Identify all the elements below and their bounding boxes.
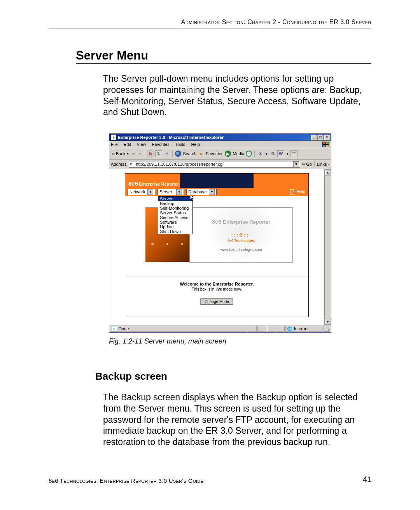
- section-title: Server Menu: [76, 49, 371, 63]
- status-cell: [257, 326, 266, 332]
- app-body: ▣▣▣ 8e6 Enterprise Reporter ::::e::::: [125, 196, 308, 283]
- globe-icon: 🌐: [287, 326, 292, 331]
- menu-favorites[interactable]: Favorites: [152, 142, 170, 147]
- dropdown-item-backup[interactable]: Backup: [158, 201, 192, 206]
- svg-marker-4: [190, 195, 194, 200]
- ie-app-icon: e: [111, 135, 116, 140]
- section-rule: [76, 63, 371, 64]
- status-cell: [267, 326, 275, 332]
- ie-client-area: 8e6Enterprise Reporter Network▼ Server▼ …: [109, 169, 331, 325]
- minimize-icon[interactable]: _: [311, 135, 317, 140]
- go-button[interactable]: ↪ Go: [302, 162, 312, 167]
- app-watermark-panel: 8e6 Enterprise Reporter ::::e:::: 8e6 Te…: [189, 207, 293, 263]
- figure-caption: Fig. 1:2-11 Server menu, main screen: [109, 337, 371, 345]
- search-icon[interactable]: 🔍: [175, 151, 181, 157]
- header-rule: [49, 28, 371, 28]
- window-title: Enterprise Reporter 3.0 - Microsoft Inte…: [118, 135, 224, 140]
- status-text: Done: [119, 326, 129, 331]
- links-button[interactable]: Links »: [317, 162, 329, 166]
- ie-toolbar: ⇦ Back ▼ ⇨ ▼ ✖ ↻ ⌂ 🔍 Search ★ Favorites …: [109, 148, 331, 159]
- tech-logo-icon: ::::e::::: [232, 231, 250, 238]
- maximize-icon[interactable]: □: [317, 135, 324, 140]
- app-menurow: Network▼ Server▼ Server Backup Self-Moni…: [125, 188, 308, 196]
- status-page-icon: e: [112, 326, 117, 331]
- print-icon[interactable]: 🖶: [270, 151, 276, 157]
- app-frame: 8e6Enterprise Reporter Network▼ Server▼ …: [125, 173, 309, 317]
- dropdown-item-software-update[interactable]: Software Update: [158, 220, 192, 229]
- change-mode-button[interactable]: Change Mode: [200, 298, 233, 305]
- refresh-icon[interactable]: ↻: [155, 150, 162, 157]
- mail-icon[interactable]: ✉: [257, 151, 263, 157]
- app-logo: 8e6Enterprise Reporter: [128, 180, 179, 187]
- section-body: The Server pull-down menu includes optio…: [103, 73, 371, 118]
- menu-tools[interactable]: Tools: [175, 142, 186, 147]
- ie-window: e Enterprise Reporter 3.0 - Microsoft In…: [109, 133, 331, 333]
- address-label: Address: [111, 162, 126, 166]
- ie-menubar: File Edit View Favorites Tools Help: [109, 141, 331, 148]
- address-input[interactable]: e http://209.11.161.67:8118/process/repo…: [129, 161, 300, 168]
- dropdown-item-server[interactable]: Server: [158, 196, 192, 201]
- dropdown-item-shut-down[interactable]: Shut Down: [158, 229, 192, 234]
- menu-view[interactable]: View: [137, 142, 146, 147]
- running-head: Administrator Section: Chapter 2 - Confi…: [49, 19, 371, 26]
- svg-rect-1: [326, 142, 329, 144]
- close-icon[interactable]: ×: [324, 135, 330, 140]
- favorites-label[interactable]: Favorites: [206, 151, 223, 156]
- ie-throbber-icon: [322, 142, 329, 147]
- ie-address-bar: Address e http://209.11.161.67:8118/proc…: [109, 159, 331, 169]
- footer-page-number: 41: [363, 475, 371, 484]
- ie-titlebar: e Enterprise Reporter 3.0 - Microsoft In…: [109, 134, 331, 141]
- resize-grip-icon[interactable]: [323, 326, 330, 332]
- forward-button[interactable]: ⇨: [131, 151, 137, 157]
- dropdown-item-secure-access[interactable]: Secure Access: [158, 215, 192, 220]
- svg-rect-3: [326, 145, 329, 147]
- menu-edit[interactable]: Edit: [124, 142, 131, 147]
- app-footer: Welcome to the Enterprise Reporter. This…: [125, 277, 308, 317]
- cursor-icon: [190, 195, 195, 202]
- subsection-body: The Backup screen displays when the Back…: [103, 392, 371, 448]
- server-select[interactable]: Server▼ Server Backup Self-Monitoring Se…: [158, 189, 184, 195]
- subsection-title: Backup screen: [95, 370, 371, 382]
- edit-icon[interactable]: W: [277, 150, 284, 157]
- favorites-icon[interactable]: ★: [198, 151, 204, 157]
- help-icon: ?: [290, 189, 295, 195]
- svg-rect-2: [323, 145, 326, 147]
- page-icon: e: [130, 162, 135, 166]
- scrollbar[interactable]: ▲ ▼: [324, 169, 331, 325]
- svg-rect-0: [323, 142, 326, 144]
- footer-left: 8e6 Technologies, Enterprise Reporter 3.…: [49, 477, 203, 484]
- media-label[interactable]: Media: [233, 151, 244, 156]
- address-url: http://209.11.161.67:8118/process/report…: [136, 162, 292, 166]
- discuss-icon[interactable]: ☰: [290, 150, 298, 157]
- network-select[interactable]: Network▼: [128, 189, 155, 195]
- scroll-down-icon[interactable]: ▼: [325, 319, 331, 325]
- tech-url: www.8e6technologies.com: [220, 248, 262, 252]
- welcome-text: Welcome to the Enterprise Reporter.: [125, 282, 308, 286]
- history-icon[interactable]: 🕑: [246, 151, 252, 157]
- server-dropdown: Server Backup Self-Monitoring Server Sta…: [158, 196, 193, 234]
- home-icon[interactable]: ⌂: [164, 151, 170, 157]
- menu-help[interactable]: Help: [191, 142, 200, 147]
- help-link[interactable]: ?Help: [290, 189, 305, 195]
- dropdown-item-server-status[interactable]: Server Status: [158, 210, 192, 215]
- media-icon[interactable]: ▶: [225, 151, 231, 157]
- scroll-up-icon[interactable]: ▲: [325, 169, 331, 175]
- status-cell: [248, 326, 257, 332]
- status-zone: 🌐 Internet: [285, 326, 322, 332]
- menu-file[interactable]: File: [111, 142, 118, 147]
- address-dropdown-icon[interactable]: ▼: [293, 161, 299, 167]
- figure: e Enterprise Reporter 3.0 - Microsoft In…: [109, 133, 371, 333]
- stop-icon[interactable]: ✖: [147, 150, 154, 157]
- status-cell: [276, 326, 285, 332]
- page-footer: 8e6 Technologies, Enterprise Reporter 3.…: [49, 475, 371, 484]
- mode-text: This box is in live mode now.: [125, 287, 308, 291]
- ie-status-bar: e Done 🌐 Internet: [109, 325, 331, 332]
- dropdown-item-self-monitoring[interactable]: Self-Monitoring: [158, 206, 192, 210]
- app-banner: 8e6Enterprise Reporter: [125, 174, 308, 188]
- search-label[interactable]: Search: [183, 151, 196, 156]
- back-button[interactable]: ⇦ Back ▼: [112, 151, 129, 156]
- tech-name: 8e6 Technologies: [228, 238, 255, 242]
